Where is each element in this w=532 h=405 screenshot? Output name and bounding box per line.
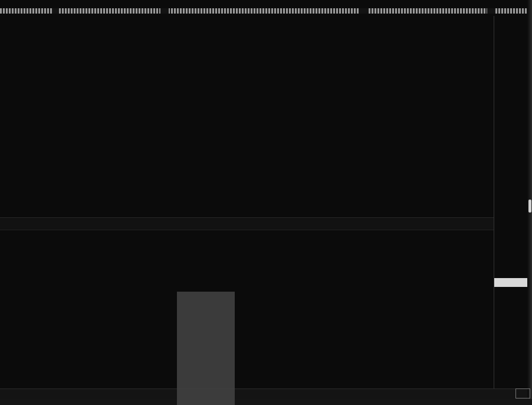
timeline-strip[interactable] bbox=[0, 8, 532, 14]
main-chart-ma-header bbox=[0, 0, 532, 8]
indicator-toolbar bbox=[0, 399, 532, 405]
right-scrollbar-thumb[interactable] bbox=[528, 200, 531, 213]
strip-gap bbox=[53, 8, 59, 14]
indicator-tooltip bbox=[177, 292, 235, 405]
strip-gap bbox=[359, 8, 368, 14]
stock-chart-app bbox=[0, 0, 532, 405]
strip-gap bbox=[487, 8, 494, 14]
expand-toolbar-button[interactable] bbox=[515, 388, 530, 399]
cursor-value-badge bbox=[494, 278, 527, 287]
strip-gap bbox=[160, 8, 169, 14]
sub-chart-ma-header bbox=[0, 217, 494, 230]
chart-canvas[interactable] bbox=[0, 0, 532, 405]
axis-separator bbox=[494, 16, 494, 388]
time-axis bbox=[0, 388, 532, 400]
